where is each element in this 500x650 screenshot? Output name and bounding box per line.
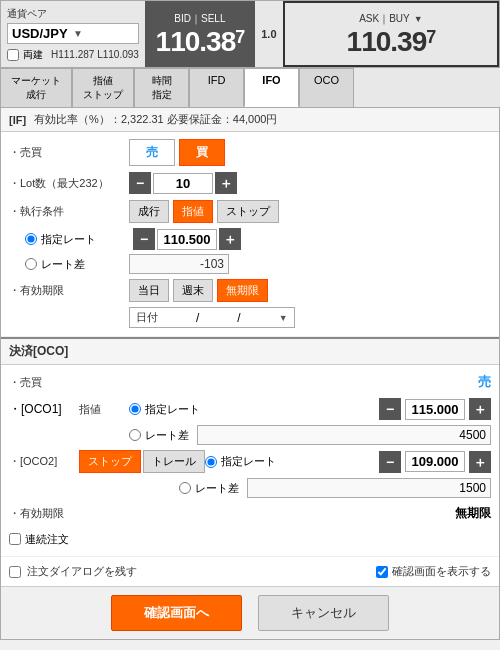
continuous-row: 連続注文	[9, 526, 491, 552]
ryogawa-checkbox[interactable]	[7, 49, 19, 61]
tab-ifo[interactable]: IFO	[244, 68, 299, 107]
oco2-trail-button[interactable]: トレール	[143, 450, 205, 473]
rate-decrease-button[interactable]: −	[133, 228, 155, 250]
rate-diff-value: -103	[129, 254, 229, 274]
order-dialog-label: 注文ダイアログを残す	[27, 564, 137, 579]
tab-ifd[interactable]: IFD	[189, 68, 244, 107]
lot-value: 10	[153, 173, 213, 194]
oco2-stop-button[interactable]: ストップ	[79, 450, 141, 473]
confirm-screen-checkbox[interactable]	[376, 566, 388, 578]
oco1-diff-row: レート差 4500	[9, 423, 491, 447]
oco2-rate-decrease-button[interactable]: −	[379, 451, 401, 473]
buy-button[interactable]: 買	[179, 139, 225, 166]
confirm-button[interactable]: 確認画面へ	[111, 595, 242, 631]
lot-decrease-button[interactable]: −	[129, 172, 151, 194]
sell-button[interactable]: 売	[129, 139, 175, 166]
action-bar: 確認画面へ キャンセル	[1, 586, 499, 639]
bid-price-main: 110.38	[156, 26, 236, 57]
exec-row: ・執行条件 成行 指値 ストップ	[9, 197, 491, 226]
oco1-rate-increase-button[interactable]: ＋	[469, 398, 491, 420]
rate-sa-radio[interactable]	[25, 258, 37, 270]
rate-shitei-radio[interactable]	[25, 233, 37, 245]
order-dialog-row: 注文ダイアログを残す 確認画面を表示する	[9, 561, 491, 582]
sell-buy-row: ・売買 売 買	[9, 136, 491, 169]
oco2-type-buttons: ストップ トレール	[79, 450, 205, 473]
pair-select[interactable]: USD/JPY ▼	[7, 23, 139, 44]
oco1-label: ・[OCO1]	[9, 401, 79, 418]
exec-label: ・執行条件	[9, 204, 129, 219]
validity-expire-label: ・有効期限	[9, 283, 129, 298]
pair-section: 通貨ペア USD/JPY ▼ 両建 H111.287 L110.093	[1, 1, 145, 67]
oco1-label-row: ・[OCO1] 指値 指定レート − 115.000 ＋	[9, 395, 491, 423]
bid-price-sup: 7	[235, 27, 244, 47]
validity-unlimited-button[interactable]: 無期限	[217, 279, 268, 302]
high-value: 111.287	[58, 49, 94, 60]
oco2-sa-label: レート差	[195, 481, 239, 496]
rate-shitei-label: 指定レート	[41, 232, 96, 247]
cancel-button[interactable]: キャンセル	[258, 595, 389, 631]
if-form: ・売買 売 買 ・Lot数（最大232） − 10 ＋ ・執行条件 成行 指値 …	[1, 132, 499, 337]
oco-form: ・売買 売 ・[OCO1] 指値 指定レート − 115.000 ＋ レート差	[1, 365, 499, 556]
date-sep-1: /	[196, 311, 199, 325]
rate-increase-button[interactable]: ＋	[219, 228, 241, 250]
validity-weekend-button[interactable]: 週末	[173, 279, 213, 302]
continuous-checkbox[interactable]	[9, 533, 21, 545]
bid-price: 110.387	[156, 28, 245, 56]
date-input-group: 日付 / / ▼	[129, 307, 295, 328]
oco2-rate-controls: − 109.000 ＋	[276, 451, 491, 473]
tab-oco[interactable]: OCO	[299, 68, 354, 107]
oco1-sub: 指値	[79, 402, 129, 417]
if-section-header: [IF] 有効比率（%）：2,322.31 必要保証金：44,000円	[1, 108, 499, 132]
oco1-sa-radio[interactable]	[129, 429, 141, 441]
date-field-2[interactable]	[203, 312, 233, 324]
oco2-shitei-radio[interactable]	[205, 456, 217, 468]
tab-jikan[interactable]: 時間指定	[134, 68, 189, 107]
tab-shitei[interactable]: 指値ストップ	[72, 68, 134, 107]
rate-value: 110.500	[157, 229, 217, 250]
exec-market-button[interactable]: 成行	[129, 200, 169, 223]
oco-sell-value: 売	[129, 373, 491, 391]
validity-today-button[interactable]: 当日	[129, 279, 169, 302]
exec-stop-button[interactable]: ストップ	[217, 200, 279, 223]
pair-dropdown-arrow: ▼	[73, 28, 134, 39]
oco1-shitei-label: 指定レート	[145, 402, 200, 417]
oco1-shitei-radio[interactable]	[129, 403, 141, 415]
tab-market[interactable]: マーケット成行	[0, 68, 72, 107]
rate-diff-row: レート差 -103	[9, 252, 491, 276]
ask-price: 110.397	[347, 28, 436, 56]
lot-increase-button[interactable]: ＋	[215, 172, 237, 194]
ask-price-main: 110.39	[347, 26, 427, 57]
rate-shitei-radio-group: 指定レート	[9, 232, 129, 247]
bottom-section: 注文ダイアログを残す 確認画面を表示する	[1, 556, 499, 586]
oco1-rate-decrease-button[interactable]: −	[379, 398, 401, 420]
order-dialog-checkbox[interactable]	[9, 566, 21, 578]
oco2-rate-increase-button[interactable]: ＋	[469, 451, 491, 473]
rate-stepper: − 110.500 ＋	[133, 228, 491, 250]
margin-value: 44,000円	[233, 113, 278, 125]
oco-title: 決済[OCO]	[9, 344, 68, 358]
oco2-sa-radio[interactable]	[179, 482, 191, 494]
oco2-shitei-label: 指定レート	[221, 454, 276, 469]
date-row: 日付 / / ▼	[9, 305, 491, 332]
exec-shitei-button[interactable]: 指値	[173, 200, 213, 223]
rate-sa-label: レート差	[41, 257, 85, 272]
pair-value: USD/JPY	[12, 26, 73, 41]
rate-shitei-row: 指定レート − 110.500 ＋	[9, 226, 491, 252]
oco2-label: ・[OCO2]	[9, 454, 79, 469]
date-dropdown-icon: ▼	[279, 313, 288, 323]
lot-row: ・Lot数（最大232） − 10 ＋	[9, 169, 491, 197]
oco-validity-label: ・有効期限	[9, 506, 129, 521]
continuous-label: 連続注文	[25, 532, 69, 547]
main-content: [IF] 有効比率（%）：2,322.31 必要保証金：44,000円 ・売買 …	[0, 108, 500, 640]
exec-controls: 成行 指値 ストップ	[129, 200, 491, 223]
if-info: 有効比率（%）：2,322.31 必要保証金：44,000円	[34, 112, 277, 127]
date-sep-2: /	[237, 311, 240, 325]
oco1-sa-radio-group: レート差	[129, 428, 189, 443]
oco-validity-row: ・有効期限 無期限	[9, 500, 491, 526]
lot-stepper: − 10 ＋	[129, 172, 491, 194]
oco1-rate-controls: − 115.000 ＋	[200, 398, 491, 420]
tabs-row: マーケット成行 指値ストップ 時間指定 IFD IFO OCO	[0, 68, 500, 108]
date-field-3[interactable]	[245, 312, 275, 324]
date-field-1[interactable]	[162, 312, 192, 324]
bid-section: BID｜SELL 110.387	[145, 1, 255, 67]
